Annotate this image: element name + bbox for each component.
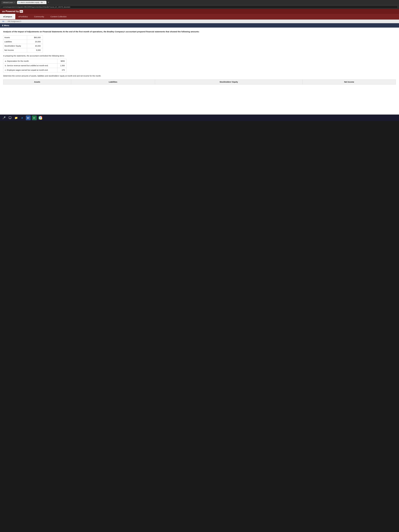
problem-title-bold: Analysis of the Impact of Adjustments on… — [3, 31, 62, 33]
tab-label-bing: what is stockholders equity - Bin — [20, 2, 43, 3]
problem-title: Analysis of the Impact of Adjustments on… — [3, 30, 396, 33]
table-row: Assets $60,000 — [3, 35, 43, 40]
item-value-b: 1,500 — [57, 63, 66, 68]
answer-table: Assets Liabilities Stockholders' Equity … — [3, 79, 396, 85]
financial-label-assets: Assets — [3, 35, 27, 40]
svg-rect-1 — [10, 119, 10, 119]
course-menu-header: E Menu — [0, 23, 399, 28]
overlooked-intro: In preparing the statements, the account… — [3, 55, 396, 57]
tabs-container: ckboard Learn ✕ b what is stockholders e… — [1, 1, 398, 4]
browser-tab-bar: ckboard Learn ✕ b what is stockholders e… — [0, 0, 399, 5]
taskbar-icon-excel[interactable]: X ≡ — [32, 115, 37, 120]
problem-intro-text: At the end of the first month of operati… — [63, 31, 199, 33]
new-tab-button[interactable]: + — [47, 1, 50, 4]
financial-label-income: Net Income — [3, 48, 27, 52]
breadcrumb: nts › HW Assignment 3 — [0, 19, 399, 23]
course-menu-label: E Menu — [2, 24, 9, 26]
financial-label-equity: Stockholders' Equity — [3, 44, 27, 48]
table-row: c. Employee wages earned but unpaid at m… — [3, 68, 66, 72]
svg-point-5 — [40, 117, 41, 118]
browser-content: us Powered by Bb eCampus ePortfolios Com… — [0, 9, 399, 114]
breadcrumb-link-assignments[interactable]: nts — [2, 20, 4, 22]
table-row: a. Depreciation for the month. $850 — [3, 59, 66, 63]
answer-col-assets: Assets — [3, 79, 71, 84]
lms-top-bar: us Powered by Bb — [0, 9, 399, 14]
lms-brand: us Powered by Bb — [2, 10, 23, 13]
answer-col-liabilities: Liabilities — [71, 79, 155, 84]
overlooked-items-table: a. Depreciation for the month. $850 b. S… — [3, 59, 66, 72]
item-value-a: $850 — [57, 59, 66, 63]
nav-item-ecampus[interactable]: eCampus — [0, 14, 15, 19]
tab-icon-bing: b — [19, 1, 20, 3]
determine-text: Determine the correct amounts of assets,… — [3, 75, 396, 77]
breadcrumb-separator: › — [6, 20, 6, 22]
item-label-b: b. Service revenue earned but unbilled a… — [3, 63, 57, 68]
taskbar-icon-files[interactable]: 📁 — [14, 115, 19, 120]
table-row: Liabilities 20,000 — [3, 40, 43, 44]
address-bar-container — [0, 5, 399, 9]
taskbar: 🎤 📁 e W ≡ X ≡ — [0, 114, 399, 121]
financial-label-liabilities: Liabilities — [3, 40, 27, 44]
tab-label-blackboard: ckboard Learn — [3, 2, 13, 3]
tab-bing[interactable]: b what is stockholders equity - Bin ✕ — [17, 1, 46, 4]
taskbar-icon-desktop[interactable] — [8, 115, 13, 120]
main-content: Analysis of the Impact of Adjustments on… — [0, 28, 399, 87]
taskbar-icon-ie[interactable]: e — [20, 115, 25, 120]
answer-col-income: Net Income — [303, 79, 396, 84]
taskbar-icon-mic[interactable]: 🎤 — [2, 115, 6, 120]
table-row: b. Service revenue earned but unbilled a… — [3, 63, 66, 68]
taskbar-icon-chrome[interactable] — [38, 115, 43, 120]
address-input[interactable] — [1, 6, 398, 8]
table-row: Stockholders' Equity 40,000 — [3, 44, 43, 48]
breadcrumb-current: HW Assignment 3 — [7, 20, 21, 22]
taskbar-icon-word[interactable]: W ≡ — [26, 115, 31, 120]
brand-text: us Powered by — [2, 10, 19, 13]
table-row: Net Income 9,000 — [3, 48, 43, 52]
tab-close-bing[interactable]: ✕ — [44, 2, 45, 3]
financial-value-income: 9,000 — [27, 48, 43, 52]
nav-item-content-collection[interactable]: Content Collection — [47, 14, 70, 19]
financial-value-liabilities: 20,000 — [27, 40, 43, 44]
nav-item-eportfolios[interactable]: ePortfolios — [15, 14, 31, 19]
item-value-c: 375 — [57, 68, 66, 72]
tab-blackboard[interactable]: ckboard Learn ✕ — [1, 1, 17, 4]
financial-value-equity: 40,000 — [27, 44, 43, 48]
svg-rect-0 — [9, 117, 11, 119]
answer-col-equity: Stockholders' Equity — [155, 79, 303, 84]
item-label-c: c. Employee wages earned but unpaid at m… — [3, 68, 57, 72]
financial-data-table: Assets $60,000 Liabilities 20,000 Stockh… — [3, 35, 43, 52]
item-label-a: a. Depreciation for the month. — [3, 59, 57, 63]
tab-close-blackboard[interactable]: ✕ — [14, 2, 15, 3]
answer-header-row: Assets Liabilities Stockholders' Equity … — [3, 79, 396, 84]
nav-item-community[interactable]: Community — [31, 14, 47, 19]
financial-value-assets: $60,000 — [27, 35, 43, 40]
bb-logo: Bb — [20, 10, 23, 13]
nav-bar: eCampus ePortfolios Community Content Co… — [0, 14, 399, 19]
